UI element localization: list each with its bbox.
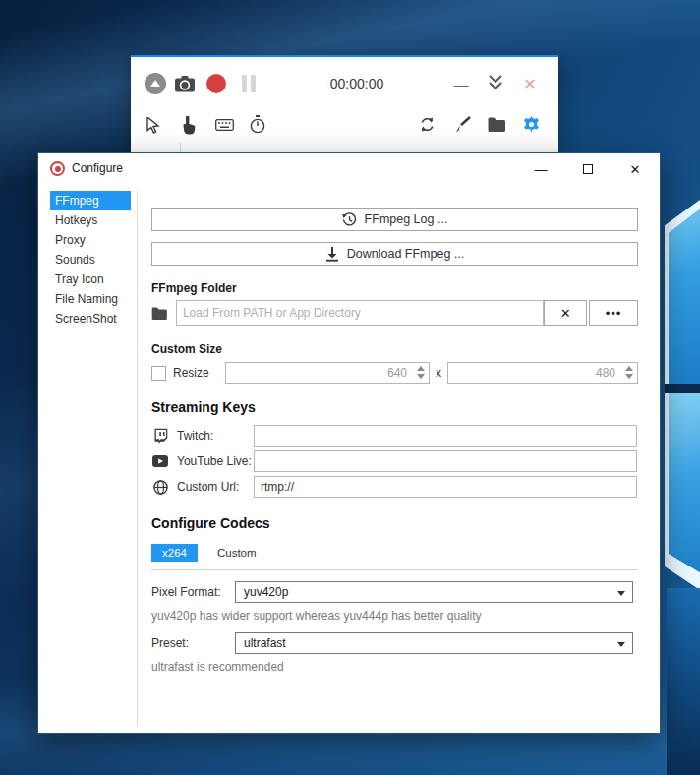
double-chevron-down-icon <box>488 74 503 91</box>
timeout-button[interactable] <box>248 113 267 135</box>
preset-help: ultrafast is recommended <box>151 660 284 674</box>
configure-codecs-heading: Configure Codecs <box>151 515 270 531</box>
tab-underline <box>151 569 638 570</box>
configure-window: Configure — ✕ FFmpeg Hotkeys Proxy Sound… <box>37 152 661 734</box>
wallpaper-pane-shadow <box>667 588 700 775</box>
twitch-key-input[interactable] <box>254 425 637 447</box>
youtube-key-input[interactable] <box>254 450 637 472</box>
resize-label: Resize <box>173 366 208 380</box>
settings-sidebar: FFmpeg Hotkeys Proxy Sounds Tray Icon Fi… <box>38 191 137 328</box>
clicks-toggle-button[interactable] <box>178 114 198 136</box>
wallpaper-window-pane <box>665 393 700 590</box>
ffmpeg-folder-label: FFmpeg Folder <box>151 281 237 295</box>
pixel-format-select[interactable]: yuv420p <box>235 581 633 603</box>
browse-folder-button[interactable]: ••• <box>589 300 638 326</box>
pixel-format-value: yuv420p <box>244 585 288 599</box>
refresh-icon <box>419 116 436 133</box>
custom-url-label: Custom Url: <box>169 480 254 494</box>
sidebar-item-sounds[interactable]: Sounds <box>50 250 131 269</box>
custom-url-input[interactable] <box>254 476 637 498</box>
pixel-format-label: Pixel Format: <box>151 585 235 599</box>
ffmpeg-settings-panel: FFmpeg Log ... Download FFmpeg ... FFmpe… <box>151 153 638 735</box>
clear-folder-button[interactable]: ✕ <box>544 300 587 326</box>
youtube-live-label: YouTube Live: <box>169 454 254 468</box>
globe-icon <box>153 480 168 495</box>
expand-up-button[interactable] <box>145 73 166 94</box>
recording-timer: 00:00:00 <box>313 76 401 91</box>
camera-icon <box>175 76 195 92</box>
close-button[interactable]: ✕ <box>520 74 540 93</box>
dropdown-arrow-icon <box>617 642 625 647</box>
preset-value: ultrafast <box>244 636 286 650</box>
record-button[interactable] <box>206 74 226 93</box>
preset-select[interactable]: ultrafast <box>235 632 633 654</box>
folder-icon <box>488 117 506 132</box>
window-title: Configure <box>72 161 123 175</box>
tab-x264[interactable]: x264 <box>151 544 198 562</box>
resize-width-input[interactable] <box>225 362 430 384</box>
sidebar-divider <box>137 191 138 726</box>
pixel-format-help: yuv420p has wider support whereas yuv444… <box>151 609 482 623</box>
sidebar-item-proxy[interactable]: Proxy <box>50 230 131 250</box>
size-separator: x <box>436 366 441 380</box>
sidebar-item-screenshot[interactable]: ScreenShot <box>50 309 131 328</box>
resize-height-input[interactable] <box>447 362 638 384</box>
wallpaper-window-pane <box>665 200 700 384</box>
download-ffmpeg-label: Download FFmpeg ... <box>347 247 465 261</box>
sidebar-item-hotkeys[interactable]: Hotkeys <box>50 210 131 230</box>
sidebar-item-file-naming[interactable]: File Naming <box>50 289 131 309</box>
captura-logo-icon <box>50 161 65 176</box>
draw-tool-button[interactable] <box>452 113 472 135</box>
resize-checkbox[interactable] <box>151 366 166 381</box>
gear-icon <box>522 115 541 134</box>
ffmpeg-folder-input[interactable] <box>176 300 544 326</box>
twitch-icon <box>153 428 168 444</box>
preset-label: Preset: <box>151 636 235 650</box>
output-folder-button[interactable] <box>486 114 507 134</box>
hand-pointer-icon <box>181 116 196 135</box>
settings-gear-button[interactable] <box>520 112 542 136</box>
streaming-keys-heading: Streaming Keys <box>151 399 256 415</box>
cursor-toggle-button[interactable] <box>144 115 163 135</box>
ffmpeg-log-label: FFmpeg Log ... <box>365 212 448 226</box>
refresh-button[interactable] <box>417 114 437 134</box>
folder-icon <box>151 307 168 320</box>
ffmpeg-log-button[interactable]: FFmpeg Log ... <box>151 208 638 231</box>
download-ffmpeg-button[interactable]: Download FFmpeg ... <box>151 242 638 266</box>
minimize-button[interactable]: — <box>451 75 471 92</box>
custom-size-label: Custom Size <box>151 342 222 356</box>
recorder-toolbar-window: 00:00:00 — ✕ <box>131 55 558 153</box>
sidebar-item-ffmpeg[interactable]: FFmpeg <box>50 191 131 210</box>
collapse-button[interactable] <box>486 72 505 93</box>
history-icon <box>342 212 357 227</box>
sidebar-item-tray-icon[interactable]: Tray Icon <box>50 269 131 289</box>
cursor-icon <box>146 117 160 134</box>
keyboard-icon <box>215 119 234 131</box>
youtube-icon <box>152 455 168 467</box>
wallpaper-pane-gap <box>665 384 700 393</box>
dropdown-arrow-icon <box>617 591 625 596</box>
twitch-label: Twitch: <box>169 429 254 443</box>
width-spinner[interactable] <box>417 366 425 379</box>
keystrokes-toggle-button[interactable] <box>213 117 235 133</box>
height-spinner[interactable] <box>625 366 633 379</box>
screenshot-camera-button[interactable] <box>174 74 196 93</box>
stopwatch-icon <box>250 115 265 134</box>
tab-custom[interactable]: Custom <box>206 544 267 562</box>
pause-button[interactable] <box>242 75 256 92</box>
brush-icon <box>454 116 471 133</box>
download-icon <box>325 247 339 262</box>
